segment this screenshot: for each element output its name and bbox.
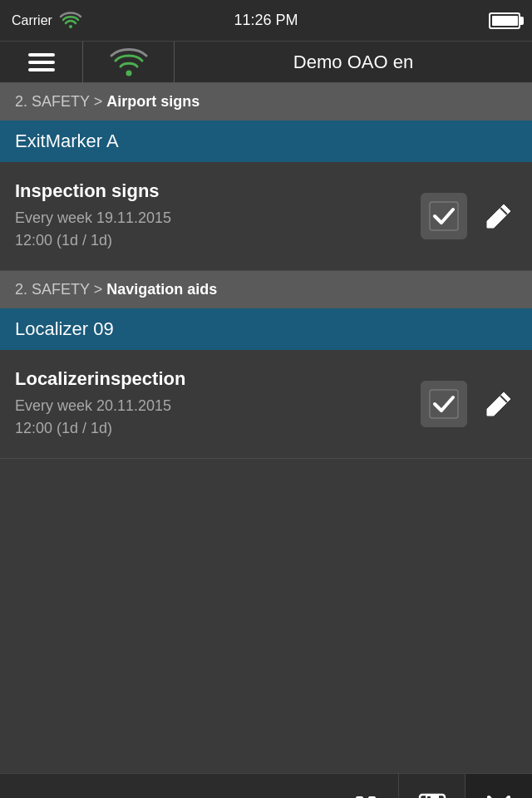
edit-button-1[interactable] bbox=[480, 198, 517, 234]
svg-point-1 bbox=[126, 70, 131, 76]
status-bar: Carrier 11:26 PM bbox=[0, 0, 532, 42]
task-actions-2 bbox=[421, 381, 517, 427]
content-spacer bbox=[0, 459, 532, 773]
task-card-inspection-signs: Inspection signs Every week 19.11.201512… bbox=[0, 162, 532, 271]
task-title-2: Localizerinspection bbox=[15, 368, 407, 390]
section-header-navigation: 2. SAFETY > Navigation aids bbox=[0, 271, 532, 308]
task-card-localizer-inspection: Localizerinspection Every week 20.11.201… bbox=[0, 350, 532, 459]
app-title-area: Demo OAO en bbox=[175, 52, 532, 73]
checkbox-button-2[interactable] bbox=[421, 381, 467, 427]
pause-button[interactable] bbox=[332, 774, 399, 799]
status-right bbox=[387, 12, 520, 29]
edit-button-2[interactable] bbox=[480, 386, 517, 422]
breadcrumb-prefix-1: 2. SAFETY > bbox=[15, 93, 106, 110]
breadcrumb-prefix-2: 2. SAFETY > bbox=[15, 281, 106, 298]
task-info-1: Inspection signs Every week 19.11.201512… bbox=[15, 180, 407, 252]
carrier-text: Carrier bbox=[12, 13, 52, 28]
battery-icon bbox=[489, 12, 520, 29]
section-header-airport: 2. SAFETY > Airport signs bbox=[0, 83, 532, 121]
task-actions-1 bbox=[421, 193, 517, 239]
task-title-1: Inspection signs bbox=[15, 180, 407, 202]
task-info-2: Localizerinspection Every week 20.11.201… bbox=[15, 368, 407, 440]
group-header-localizer: Localizer 09 bbox=[0, 308, 532, 350]
checkbox-button-1[interactable] bbox=[421, 193, 467, 239]
time-display: 11:26 PM bbox=[234, 12, 298, 28]
breadcrumb-highlight-1: Airport signs bbox=[106, 93, 200, 110]
task-schedule-2: Every week 20.11.201512:00 (1d / 1d) bbox=[15, 395, 407, 440]
group-header-exitmarker: ExitMarker A bbox=[0, 121, 532, 162]
hamburger-icon bbox=[28, 53, 55, 71]
close-button[interactable] bbox=[466, 774, 532, 799]
content-area: 2. SAFETY > Airport signs ExitMarker A I… bbox=[0, 83, 532, 773]
task-schedule-1: Every week 19.11.201512:00 (1d / 1d) bbox=[15, 207, 407, 252]
menu-button[interactable] bbox=[0, 42, 83, 82]
svg-point-0 bbox=[69, 25, 72, 28]
breadcrumb-highlight-2: Navigation aids bbox=[106, 281, 217, 298]
group-title-2: Localizer 09 bbox=[15, 318, 114, 339]
save-button[interactable] bbox=[399, 774, 466, 799]
wifi-signal-icon bbox=[59, 10, 82, 32]
wifi-area bbox=[83, 42, 175, 82]
bottom-toolbar bbox=[0, 773, 532, 798]
status-center: 11:26 PM bbox=[145, 12, 387, 29]
header-row: Demo OAO en bbox=[0, 42, 532, 83]
group-title-1: ExitMarker A bbox=[15, 131, 119, 151]
wifi-large-icon bbox=[108, 44, 150, 81]
status-left: Carrier bbox=[12, 10, 145, 32]
app-title: Demo OAO en bbox=[293, 52, 413, 73]
